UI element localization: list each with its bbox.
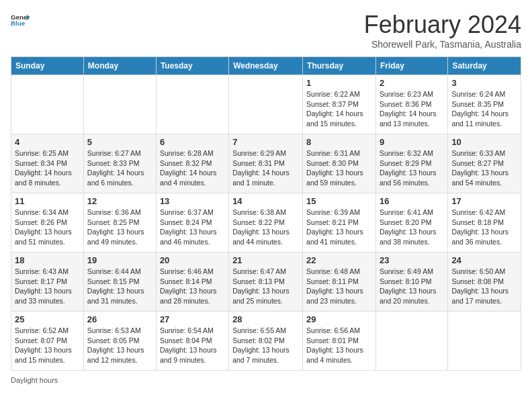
day-number: 1 <box>306 78 372 88</box>
calendar-day-cell: 6Sunrise: 6:28 AMSunset: 8:32 PMDaylight… <box>156 134 228 193</box>
calendar-day-cell: 8Sunrise: 6:31 AMSunset: 8:30 PMDaylight… <box>303 134 376 193</box>
calendar-day-cell: 17Sunrise: 6:42 AMSunset: 8:18 PMDayligh… <box>448 193 521 253</box>
calendar-day-cell: 14Sunrise: 6:38 AMSunset: 8:22 PMDayligh… <box>229 193 303 253</box>
day-number: 3 <box>451 78 517 88</box>
day-info: Sunrise: 6:39 AMSunset: 8:21 PMDaylight:… <box>306 208 363 246</box>
calendar-day-cell: 15Sunrise: 6:39 AMSunset: 8:21 PMDayligh… <box>303 193 376 253</box>
calendar-day-cell: 10Sunrise: 6:33 AMSunset: 8:27 PMDayligh… <box>448 134 521 193</box>
calendar-day-cell: 27Sunrise: 6:54 AMSunset: 8:04 PMDayligh… <box>156 312 228 371</box>
day-number: 21 <box>232 255 299 265</box>
calendar-day-cell: 24Sunrise: 6:50 AMSunset: 8:08 PMDayligh… <box>448 253 521 312</box>
day-of-week-header: Monday <box>83 57 156 75</box>
day-info: Sunrise: 6:43 AMSunset: 8:17 PMDaylight:… <box>15 267 72 305</box>
day-number: 28 <box>232 314 299 324</box>
calendar-day-cell: 13Sunrise: 6:37 AMSunset: 8:24 PMDayligh… <box>156 193 228 253</box>
day-number: 14 <box>232 196 299 206</box>
calendar-day-cell: 21Sunrise: 6:47 AMSunset: 8:13 PMDayligh… <box>229 253 303 312</box>
day-number: 22 <box>306 255 372 265</box>
day-info: Sunrise: 6:54 AMSunset: 8:04 PMDaylight:… <box>160 326 217 364</box>
day-info: Sunrise: 6:33 AMSunset: 8:27 PMDaylight:… <box>451 149 508 187</box>
day-info: Sunrise: 6:25 AMSunset: 8:34 PMDaylight:… <box>15 149 72 187</box>
day-number: 5 <box>87 137 152 147</box>
calendar-day-cell: 1Sunrise: 6:22 AMSunset: 8:37 PMDaylight… <box>303 75 376 134</box>
legend: Daylight hours <box>11 376 521 384</box>
day-number: 9 <box>380 137 444 147</box>
day-number: 18 <box>15 255 80 265</box>
calendar-day-cell: 28Sunrise: 6:55 AMSunset: 8:02 PMDayligh… <box>229 312 303 371</box>
calendar-day-cell <box>375 312 447 371</box>
month-title: February 2024 <box>364 11 521 39</box>
day-number: 7 <box>232 137 299 147</box>
day-info: Sunrise: 6:32 AMSunset: 8:29 PMDaylight:… <box>380 149 437 187</box>
day-header-row: SundayMondayTuesdayWednesdayThursdayFrid… <box>11 57 521 75</box>
day-info: Sunrise: 6:23 AMSunset: 8:36 PMDaylight:… <box>380 90 437 128</box>
calendar-week-row: 11Sunrise: 6:34 AMSunset: 8:26 PMDayligh… <box>11 193 521 253</box>
calendar-day-cell <box>229 75 303 134</box>
day-number: 6 <box>160 137 225 147</box>
day-of-week-header: Tuesday <box>156 57 228 75</box>
day-number: 10 <box>451 137 517 147</box>
calendar-day-cell: 29Sunrise: 6:56 AMSunset: 8:01 PMDayligh… <box>303 312 376 371</box>
calendar-day-cell: 3Sunrise: 6:24 AMSunset: 8:35 PMDaylight… <box>448 75 521 134</box>
calendar-day-cell: 20Sunrise: 6:46 AMSunset: 8:14 PMDayligh… <box>156 253 228 312</box>
calendar-day-cell: 19Sunrise: 6:44 AMSunset: 8:15 PMDayligh… <box>83 253 156 312</box>
day-info: Sunrise: 6:56 AMSunset: 8:01 PMDaylight:… <box>306 326 363 364</box>
day-number: 27 <box>160 314 225 324</box>
calendar-day-cell: 2Sunrise: 6:23 AMSunset: 8:36 PMDaylight… <box>375 75 447 134</box>
day-number: 13 <box>160 196 225 206</box>
day-of-week-header: Thursday <box>303 57 376 75</box>
calendar-day-cell <box>156 75 228 134</box>
calendar-week-row: 1Sunrise: 6:22 AMSunset: 8:37 PMDaylight… <box>11 75 521 134</box>
day-info: Sunrise: 6:48 AMSunset: 8:11 PMDaylight:… <box>306 267 363 305</box>
calendar-day-cell <box>11 75 84 134</box>
calendar-day-cell: 26Sunrise: 6:53 AMSunset: 8:05 PMDayligh… <box>83 312 156 371</box>
day-info: Sunrise: 6:52 AMSunset: 8:07 PMDaylight:… <box>15 326 72 364</box>
day-info: Sunrise: 6:24 AMSunset: 8:35 PMDaylight:… <box>451 90 508 128</box>
day-info: Sunrise: 6:31 AMSunset: 8:30 PMDaylight:… <box>306 149 363 187</box>
day-info: Sunrise: 6:36 AMSunset: 8:25 PMDaylight:… <box>87 208 144 246</box>
day-number: 2 <box>380 78 444 88</box>
day-of-week-header: Friday <box>375 57 447 75</box>
calendar-day-cell: 22Sunrise: 6:48 AMSunset: 8:11 PMDayligh… <box>303 253 376 312</box>
calendar-week-row: 25Sunrise: 6:52 AMSunset: 8:07 PMDayligh… <box>11 312 521 371</box>
day-number: 8 <box>306 137 372 147</box>
day-number: 26 <box>87 314 152 324</box>
page-header: General Blue February 2024 Shorewell Par… <box>11 11 521 50</box>
svg-text:Blue: Blue <box>11 19 26 27</box>
calendar-day-cell: 4Sunrise: 6:25 AMSunset: 8:34 PMDaylight… <box>11 134 84 193</box>
day-info: Sunrise: 6:46 AMSunset: 8:14 PMDaylight:… <box>160 267 217 305</box>
day-number: 29 <box>306 314 372 324</box>
day-info: Sunrise: 6:44 AMSunset: 8:15 PMDaylight:… <box>87 267 144 305</box>
calendar-day-cell: 7Sunrise: 6:29 AMSunset: 8:31 PMDaylight… <box>229 134 303 193</box>
calendar-week-row: 4Sunrise: 6:25 AMSunset: 8:34 PMDaylight… <box>11 134 521 193</box>
day-info: Sunrise: 6:53 AMSunset: 8:05 PMDaylight:… <box>87 326 144 364</box>
location-subtitle: Shorewell Park, Tasmania, Australia <box>364 39 521 50</box>
daylight-hours-label: Daylight hours <box>11 376 58 384</box>
calendar-day-cell: 9Sunrise: 6:32 AMSunset: 8:29 PMDaylight… <box>375 134 447 193</box>
day-of-week-header: Wednesday <box>229 57 303 75</box>
day-number: 20 <box>160 255 225 265</box>
day-info: Sunrise: 6:22 AMSunset: 8:37 PMDaylight:… <box>306 90 363 128</box>
day-number: 19 <box>87 255 152 265</box>
day-info: Sunrise: 6:34 AMSunset: 8:26 PMDaylight:… <box>15 208 72 246</box>
logo-icon: General Blue <box>11 11 30 30</box>
day-info: Sunrise: 6:42 AMSunset: 8:18 PMDaylight:… <box>451 208 508 246</box>
day-number: 23 <box>380 255 444 265</box>
logo: General Blue <box>11 11 30 30</box>
day-info: Sunrise: 6:38 AMSunset: 8:22 PMDaylight:… <box>232 208 290 246</box>
day-number: 11 <box>15 196 80 206</box>
day-number: 4 <box>15 137 80 147</box>
calendar-day-cell <box>448 312 521 371</box>
calendar-day-cell: 5Sunrise: 6:27 AMSunset: 8:33 PMDaylight… <box>83 134 156 193</box>
day-of-week-header: Sunday <box>11 57 84 75</box>
day-number: 25 <box>15 314 80 324</box>
day-info: Sunrise: 6:37 AMSunset: 8:24 PMDaylight:… <box>160 208 217 246</box>
calendar-day-cell: 18Sunrise: 6:43 AMSunset: 8:17 PMDayligh… <box>11 253 84 312</box>
day-info: Sunrise: 6:28 AMSunset: 8:32 PMDaylight:… <box>160 149 217 187</box>
day-info: Sunrise: 6:29 AMSunset: 8:31 PMDaylight:… <box>232 149 290 187</box>
calendar-week-row: 18Sunrise: 6:43 AMSunset: 8:17 PMDayligh… <box>11 253 521 312</box>
day-of-week-header: Saturday <box>448 57 521 75</box>
day-info: Sunrise: 6:50 AMSunset: 8:08 PMDaylight:… <box>451 267 508 305</box>
day-info: Sunrise: 6:41 AMSunset: 8:20 PMDaylight:… <box>380 208 437 246</box>
day-number: 12 <box>87 196 152 206</box>
